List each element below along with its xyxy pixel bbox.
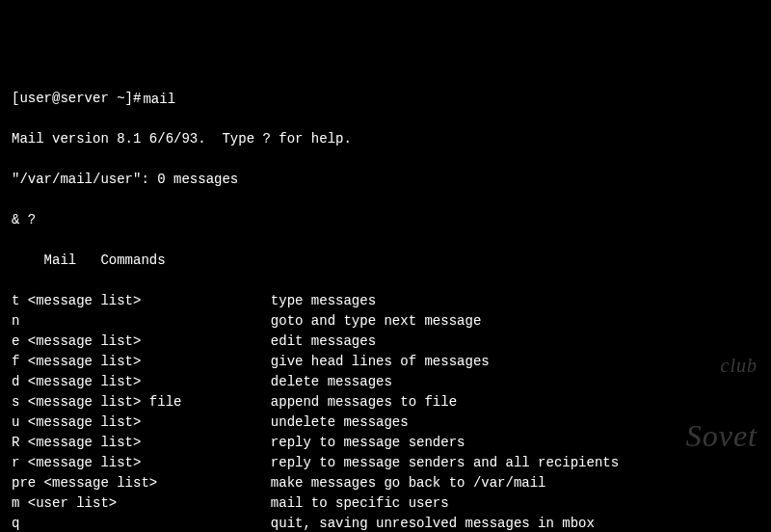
command-row: n goto and type next message bbox=[12, 311, 759, 332]
command-description: mail to specific users bbox=[271, 495, 449, 511]
command-key: n bbox=[12, 313, 271, 329]
columns-header: Mail Commands bbox=[12, 251, 759, 271]
command-row: e <message list> edit messages bbox=[12, 332, 759, 352]
command-description: reply to message senders bbox=[271, 435, 465, 450]
command-description: delete messages bbox=[271, 374, 392, 389]
command-description: goto and type next message bbox=[271, 313, 481, 329]
command-input[interactable] bbox=[143, 89, 306, 109]
command-key: pre <message list> bbox=[12, 475, 271, 491]
command-row: r <message list> reply to message sender… bbox=[12, 453, 759, 473]
command-key: r <message list> bbox=[12, 455, 271, 470]
command-description: reply to message senders and all recipie… bbox=[271, 455, 619, 470]
command-description: undelete messages bbox=[271, 414, 409, 430]
command-key: t <message list> bbox=[12, 293, 271, 308]
command-key: d <message list> bbox=[12, 374, 271, 389]
shell-prompt: [user@server ~]# bbox=[12, 89, 141, 109]
mail-prompt: & ? bbox=[12, 210, 759, 230]
version-line: Mail version 8.1 6/6/93. Type ? for help… bbox=[12, 129, 759, 149]
command-description: type messages bbox=[271, 293, 376, 308]
command-row: t <message list> type messages bbox=[12, 291, 759, 311]
command-row: s <message list> file append messages to… bbox=[12, 392, 759, 412]
command-row: R <message list> reply to message sender… bbox=[12, 433, 759, 453]
command-row: u <message list> undelete messages bbox=[12, 412, 759, 433]
command-row: pre <message list> make messages go back… bbox=[12, 473, 759, 493]
command-key: m <user list> bbox=[12, 495, 271, 511]
command-key: q bbox=[12, 516, 271, 531]
command-description: edit messages bbox=[271, 333, 376, 349]
command-description: make messages go back to /var/mail bbox=[271, 475, 546, 491]
command-key: f <message list> bbox=[12, 354, 271, 369]
command-key: R <message list> bbox=[12, 435, 271, 450]
mailbox-status: "/var/mail/user": 0 messages bbox=[12, 170, 759, 190]
command-list: t <message list> type messagesn goto and… bbox=[12, 291, 759, 532]
command-key: e <message list> bbox=[12, 333, 271, 349]
command-row: f <message list> give head lines of mess… bbox=[12, 352, 759, 372]
command-key: u <message list> bbox=[12, 414, 271, 430]
shell-prompt-line: [user@server ~]# bbox=[12, 89, 759, 109]
command-description: append messages to file bbox=[271, 394, 457, 410]
command-description: quit, saving unresolved messages in mbox bbox=[271, 516, 595, 531]
command-row: m <user list> mail to specific users bbox=[12, 493, 759, 514]
command-row: q quit, saving unresolved messages in mb… bbox=[12, 514, 759, 532]
command-key: s <message list> file bbox=[12, 394, 271, 410]
command-row: d <message list> delete messages bbox=[12, 372, 759, 392]
command-description: give head lines of messages bbox=[271, 354, 490, 369]
